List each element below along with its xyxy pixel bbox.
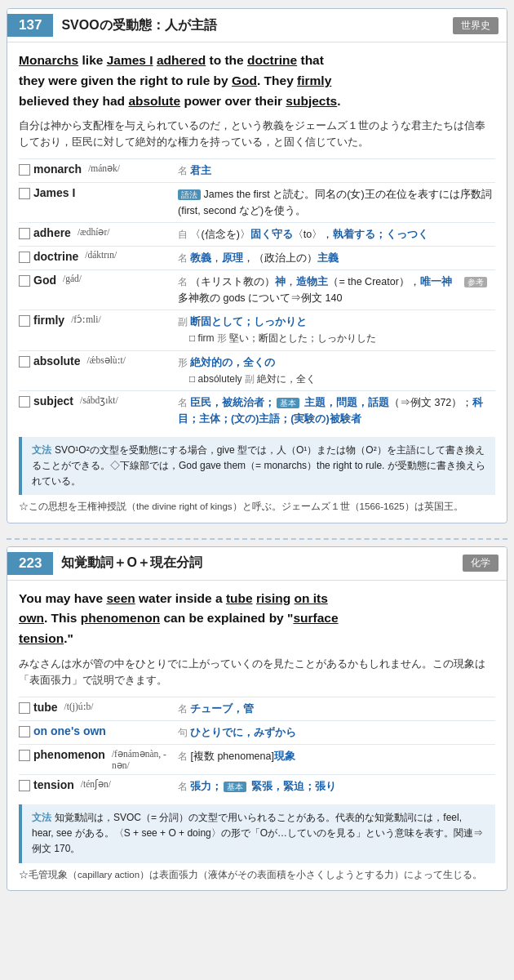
vocab-left-firmly: firmly /fɔ́ːmli/ bbox=[19, 314, 178, 327]
example2-line1: You may have seen water inside a tube ri… bbox=[19, 591, 328, 605]
card-137-header: 137 SVOOの受動態：人が主語 世界史 bbox=[7, 9, 507, 42]
vocab-row-james: James I 語法 James the first と読む。同名の(女)王の在… bbox=[19, 182, 495, 222]
footnote-223: ☆毛管現象（capillary action）は表面張力（液体がその表面積を小さ… bbox=[7, 868, 507, 882]
vocab-left-on-ones-own: on one's own bbox=[19, 724, 178, 737]
def-firmly: 副 断固として；しっかりと □ firm 形 堅い；断固とした；しっかりした bbox=[178, 314, 495, 346]
checkbox-phenomenon[interactable] bbox=[19, 750, 30, 761]
vocab-left-adhere: adhere /ædhíər/ bbox=[19, 226, 178, 239]
vocab-row-god: God /gád/ 名 （キリスト教の）神，造物主（= the Creator）… bbox=[19, 270, 495, 310]
word-firmly: firmly bbox=[33, 314, 64, 327]
def-doctrine: 名 教義，原理，（政治上の）主義 bbox=[178, 250, 495, 266]
word-tension: tension bbox=[33, 778, 74, 791]
grammar-label-223: 文法 bbox=[32, 812, 51, 823]
vocab-row-phenomenon: phenomenon /fənámənàn, -nən/ 名 [複数 pheno… bbox=[19, 744, 495, 774]
vocab-list-137: monarch /mánək/ 名 君主 James I 語法 James th… bbox=[19, 158, 495, 430]
card-223-translation: みなさんは水が管の中をひとりでに上がっていくのを見たことがあるかもしれません。こ… bbox=[19, 656, 495, 688]
pron-god: /gád/ bbox=[63, 274, 82, 283]
checkbox-james[interactable] bbox=[19, 188, 30, 199]
def-absolute: 形 絶対的の，全くの □ absólutely 副 絶対に，全く bbox=[178, 354, 495, 387]
checkbox-tension[interactable] bbox=[19, 780, 30, 791]
grammar-label-137: 文法 bbox=[32, 444, 51, 456]
vocab-row-firmly: firmly /fɔ́ːmli/ 副 断固として；しっかりと □ firm 形 … bbox=[19, 310, 495, 350]
card-137-title: SVOOの受動態：人が主語 bbox=[61, 17, 453, 34]
pron-adhere: /ædhíər/ bbox=[78, 226, 110, 238]
vocab-row-tension: tension /ténʃən/ 名 張力；基本 緊張，緊迫；張り bbox=[19, 774, 495, 798]
checkbox-firmly[interactable] bbox=[19, 315, 30, 327]
def-james: 語法 James the first と読む。同名の(女)王の在位を表すには序数… bbox=[178, 186, 495, 219]
vocab-list-223: tube /t(j)úːb/ 名 チューブ，管 on one's own 句 ひ… bbox=[19, 697, 495, 798]
vocab-left-monarch: monarch /mánək/ bbox=[19, 163, 178, 176]
card-223: 223 知覚動詞＋O＋現在分詞 化学 You may have seen wat… bbox=[7, 546, 507, 891]
card-223-number: 223 bbox=[7, 552, 53, 575]
checkbox-god[interactable] bbox=[19, 275, 30, 287]
grammar-box-137: 文法SVO¹O²の文型を受動態にする場合，give 型では，人（O¹）または物（… bbox=[19, 437, 495, 496]
word-phenomenon: phenomenon bbox=[33, 748, 105, 761]
def-phenomenon: 名 [複数 phenomena]現象 bbox=[178, 748, 495, 764]
def-tension: 名 張力；基本 緊張，緊迫；張り bbox=[178, 778, 495, 795]
card-137-number: 137 bbox=[7, 14, 53, 37]
example-line2: they were given the right to rule by God… bbox=[19, 74, 331, 87]
vocab-left-phenomenon: phenomenon /fənámənàn, -nən/ bbox=[19, 748, 178, 771]
vocab-left-james: James I bbox=[19, 186, 178, 199]
grammar-box-223: 文法知覚動詞は，SVOC（= 分詞）の文型で用いられることがある。代表的な知覚動… bbox=[19, 804, 495, 863]
grammar-text-223: 知覚動詞は，SVOC（= 分詞）の文型で用いられることがある。代表的な知覚動詞に… bbox=[32, 812, 483, 854]
example2-line3: tension." bbox=[19, 631, 73, 645]
card-137-body: Monarchs like James I adhered to the doc… bbox=[7, 42, 507, 495]
vocab-left-doctrine: doctrine /dáktrın/ bbox=[19, 250, 178, 263]
example-line1: Monarchs like James I adhered to the doc… bbox=[19, 53, 324, 67]
word-subject: subject bbox=[33, 394, 73, 408]
def-tube: 名 チューブ，管 bbox=[178, 701, 495, 717]
checkbox-on-ones-own[interactable] bbox=[19, 726, 30, 737]
checkbox-monarch[interactable] bbox=[19, 164, 30, 176]
pron-phenomenon: /fənámənàn, -nən/ bbox=[112, 748, 171, 771]
vocab-left-tension: tension /ténʃən/ bbox=[19, 778, 178, 791]
word-absolute: absolute bbox=[33, 354, 81, 368]
pron-firmly: /fɔ́ːmli/ bbox=[71, 314, 101, 325]
card-137-translation: 自分は神から支配権を与えられているのだ，という教義をジェームズ１世のような君主た… bbox=[19, 118, 495, 150]
vocab-row-on-ones-own: on one's own 句 ひとりでに，みずから bbox=[19, 720, 495, 744]
def-monarch: 名 君主 bbox=[178, 163, 495, 179]
checkbox-adhere[interactable] bbox=[19, 228, 30, 239]
word-on-ones-own: on one's own bbox=[33, 724, 106, 737]
checkbox-subject[interactable] bbox=[19, 396, 30, 408]
word-doctrine: doctrine bbox=[33, 250, 78, 263]
card-223-title: 知覚動詞＋O＋現在分詞 bbox=[61, 555, 463, 572]
vocab-row-tube: tube /t(j)úːb/ 名 チューブ，管 bbox=[19, 697, 495, 720]
word-adhere: adhere bbox=[33, 226, 71, 239]
vocab-row-doctrine: doctrine /dáktrın/ 名 教義，原理，（政治上の）主義 bbox=[19, 246, 495, 270]
def-subject: 名 臣民，被統治者；基本 主題，問題，話題（⇒例文 372）；科目；主体；(文の… bbox=[178, 394, 495, 427]
vocab-row-absolute: absolute /ǽbsəlùːt/ 形 絶対的の，全くの □ absólut… bbox=[19, 350, 495, 390]
example-line3: believed they had absolute power over th… bbox=[19, 94, 341, 108]
footnote-137: ☆この思想を王権神授説（the divine right of kings）と呼… bbox=[7, 500, 507, 514]
pron-monarch: /mánək/ bbox=[88, 163, 120, 174]
example2-line2: own. This phenomenon can be explained by… bbox=[19, 611, 339, 625]
vocab-left-subject: subject /sábdʒıkt/ bbox=[19, 394, 178, 408]
pron-tube: /t(j)úːb/ bbox=[64, 701, 94, 712]
pron-tension: /ténʃən/ bbox=[81, 778, 111, 790]
vocab-left-tube: tube /t(j)úːb/ bbox=[19, 701, 178, 714]
card-137-example: Monarchs like James I adhered to the doc… bbox=[19, 51, 495, 111]
checkbox-absolute[interactable] bbox=[19, 356, 30, 368]
vocab-left-god: God /gád/ bbox=[19, 274, 178, 287]
section-divider bbox=[7, 538, 507, 540]
vocab-left-absolute: absolute /ǽbsəlùːt/ bbox=[19, 354, 178, 368]
vocab-row-monarch: monarch /mánək/ 名 君主 bbox=[19, 158, 495, 182]
word-tube: tube bbox=[33, 701, 58, 714]
pron-subject: /sábdʒıkt/ bbox=[80, 394, 118, 406]
pron-doctrine: /dáktrın/ bbox=[85, 250, 117, 260]
word-james: James I bbox=[33, 186, 75, 199]
def-on-ones-own: 句 ひとりでに，みずから bbox=[178, 724, 495, 741]
pron-absolute: /ǽbsəlùːt/ bbox=[87, 354, 126, 366]
card-223-body: You may have seen water inside a tube ri… bbox=[7, 581, 507, 863]
grammar-text-137: SVO¹O²の文型を受動態にする場合，give 型では，人（O¹）または物（O²… bbox=[32, 444, 485, 487]
word-monarch: monarch bbox=[33, 163, 82, 176]
checkbox-doctrine[interactable] bbox=[19, 252, 30, 263]
def-god: 名 （キリスト教の）神，造物主（= the Creator），唯一神 参考 多神… bbox=[178, 274, 495, 306]
vocab-row-adhere: adhere /ædhíər/ 自 〈(信念を)〉固く守る〈to〉，執着する；く… bbox=[19, 222, 495, 246]
card-223-example: You may have seen water inside a tube ri… bbox=[19, 589, 495, 649]
card-137-tag: 世界史 bbox=[453, 17, 498, 34]
checkbox-tube[interactable] bbox=[19, 702, 30, 714]
card-223-header: 223 知覚動詞＋O＋現在分詞 化学 bbox=[7, 547, 507, 581]
card-223-tag: 化学 bbox=[463, 555, 498, 572]
def-adhere: 自 〈(信念を)〉固く守る〈to〉，執着する；くっつく bbox=[178, 226, 495, 243]
